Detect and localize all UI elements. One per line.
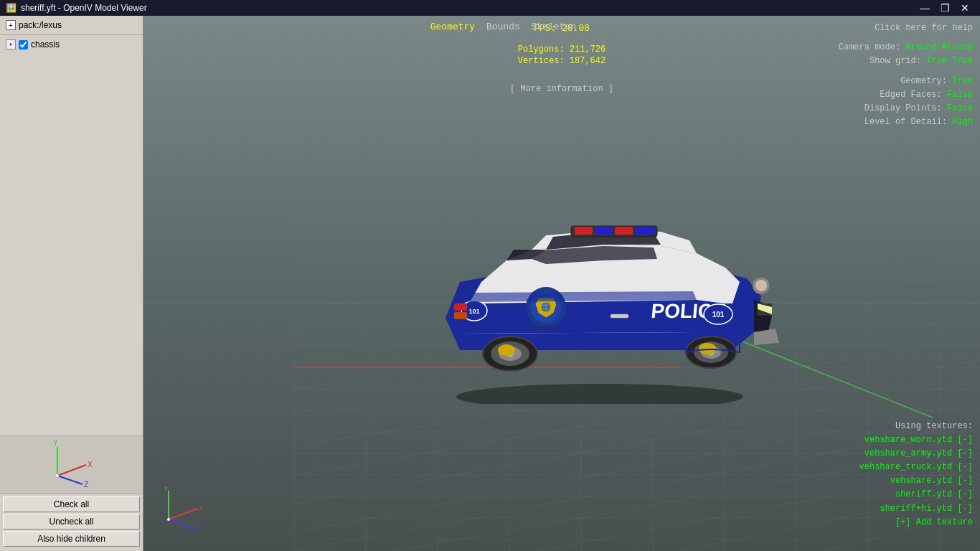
poly-info: Polygons: 211,726 Vertices: 187,642 <box>518 44 606 66</box>
svg-text:X: X <box>88 461 93 468</box>
svg-point-68 <box>755 280 767 291</box>
axes-svg: X Y Z <box>43 440 100 490</box>
show-grid-val: True <box>952 56 973 66</box>
click-help[interactable]: Click here for help <box>839 22 973 35</box>
chassis-label: chassis <box>31 39 60 50</box>
edged-faces-row: Edged Faces: False <box>839 88 973 102</box>
display-points-label: Display Points: <box>864 103 942 113</box>
tab-skeleton[interactable]: Skeleton <box>532 22 576 32</box>
chassis-expand-icon[interactable]: + <box>6 39 16 50</box>
svg-rect-84 <box>454 312 467 319</box>
svg-text:101: 101 <box>469 308 480 315</box>
camera-mode-row: Camera mode: Around Around <box>839 41 973 55</box>
svg-text:Z: Z <box>195 526 199 534</box>
texture-item-4: sheriff.ytd [-] <box>859 488 973 501</box>
texture-item-0: vehshare_worn.ytd [-] <box>859 433 973 447</box>
svg-text:101: 101 <box>712 311 725 319</box>
titlebar: 🖼️ sheriff.yft - OpenIV Model Viewer — ❐… <box>0 0 980 16</box>
more-info-link[interactable]: [ More information ] <box>510 84 613 94</box>
texture-item-2: vehshare_truck.ytd [-] <box>859 461 973 474</box>
tree-root-label: pack:/lexus <box>19 20 62 30</box>
svg-point-80 <box>498 344 515 356</box>
titlebar-left: 🖼️ sheriff.yft - OpenIV Model Viewer <box>6 3 147 13</box>
using-textures-label: Using textures: <box>859 420 973 433</box>
geometry-val: True <box>952 76 973 86</box>
svg-rect-65 <box>615 227 633 235</box>
sidebar: + pack:/lexus + chassis X Y Z <box>0 16 143 551</box>
polygons-value: Polygons: 211,726 <box>518 44 606 55</box>
tab-separator-1: | <box>478 22 484 32</box>
camera-mode-val: Around <box>942 42 973 52</box>
viewport-axes-widget: X Y Z <box>158 487 208 537</box>
chassis-checkbox[interactable] <box>19 40 28 50</box>
geometry-label: Geometry: <box>900 76 947 86</box>
svg-text:Y: Y <box>53 440 58 447</box>
main-layout: + pack:/lexus + chassis X Y Z <box>0 16 980 551</box>
svg-text:X: X <box>199 505 203 513</box>
textures-hud: Using textures: vehshare_worn.ytd [-] ve… <box>859 420 973 530</box>
display-points-val: False <box>947 103 973 113</box>
viewport[interactable]: POLICE 101 101 <box>143 16 980 551</box>
camera-mode-value: Around <box>905 42 936 52</box>
svg-point-91 <box>167 518 170 521</box>
titlebar-title: sheriff.yft - OpenIV Model Viewer <box>21 3 147 13</box>
tree-area: + chassis <box>0 35 143 435</box>
display-points-row: Display Points: False <box>839 102 973 116</box>
tab-bounds[interactable]: Bounds <box>486 22 520 32</box>
lod-row: Level of Detail: High <box>839 116 973 129</box>
svg-point-75 <box>699 343 716 354</box>
right-hud: Click here for help Camera mode: Around … <box>839 22 973 129</box>
maximize-button[interactable]: ❐ <box>936 0 954 16</box>
axes-indicator-area: X Y Z <box>0 435 143 493</box>
texture-item-5: sheriff+hi.ytd [-] <box>859 502 973 516</box>
edged-faces-val: False <box>947 90 973 100</box>
svg-text:sheriff county: sheriff county <box>531 324 562 330</box>
svg-text:Z: Z <box>84 481 88 489</box>
svg-rect-83 <box>454 303 467 311</box>
texture-item-1: vehshare_army.ytd [-] <box>859 447 973 461</box>
uncheck-all-button[interactable]: Uncheck all <box>3 514 140 529</box>
titlebar-controls: — ❐ ✕ <box>915 0 974 16</box>
svg-line-89 <box>169 519 194 529</box>
also-hide-children-button[interactable]: Also hide children <box>3 531 140 547</box>
show-grid-row: Show grid: True True <box>839 55 973 68</box>
svg-point-51 <box>456 384 743 404</box>
show-grid-label: Show grid: <box>870 56 921 66</box>
sidebar-bottom: Check all Uncheck all Also hide children <box>0 493 143 551</box>
svg-rect-81 <box>611 314 628 318</box>
add-texture-link[interactable]: [+] Add texture <box>859 516 973 529</box>
car-model: POLICE 101 101 <box>388 160 819 407</box>
svg-line-85 <box>169 509 197 519</box>
svg-point-6 <box>56 474 59 477</box>
view-tabs: Geometry | Bounds | Skeleton <box>430 22 576 32</box>
check-all-button[interactable]: Check all <box>3 496 140 512</box>
camera-mode-label: Camera mode: <box>839 42 900 52</box>
svg-rect-63 <box>575 227 593 235</box>
edged-faces-label: Edged Faces: <box>880 90 941 100</box>
sidebar-header: + pack:/lexus <box>0 16 143 35</box>
chassis-tree-item[interactable]: + chassis <box>3 38 140 51</box>
tab-separator-2: | <box>523 22 529 32</box>
geometry-row: Geometry: True <box>839 75 973 88</box>
lod-val: High <box>952 117 973 127</box>
minimize-button[interactable]: — <box>915 0 934 16</box>
viewport-axes-svg: X Y Z <box>158 487 208 534</box>
show-grid-value: True <box>926 56 947 66</box>
close-button[interactable]: ✕ <box>956 0 974 16</box>
svg-line-0 <box>57 465 86 476</box>
police-car-svg: POLICE 101 101 <box>388 160 819 404</box>
svg-line-4 <box>57 476 83 484</box>
expand-icon[interactable]: + <box>6 20 16 30</box>
texture-item-3: vehshare.ytd [-] <box>859 474 973 488</box>
svg-rect-66 <box>635 227 655 235</box>
vertices-value: Vertices: 187,642 <box>518 56 606 66</box>
app-icon: 🖼️ <box>6 3 17 13</box>
tab-geometry[interactable]: Geometry <box>430 22 475 32</box>
svg-text:Y: Y <box>164 487 168 492</box>
svg-rect-64 <box>595 227 613 235</box>
lod-label: Level of Detail: <box>864 117 947 127</box>
